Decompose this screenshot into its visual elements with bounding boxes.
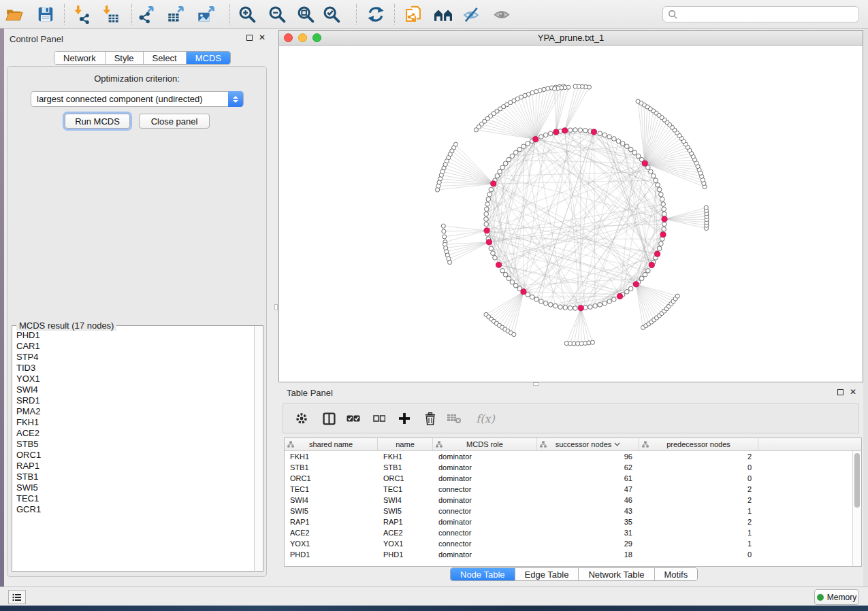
network-node[interactable] <box>661 202 666 207</box>
network-edge[interactable] <box>438 184 494 190</box>
mcds-result-item[interactable]: GCR1 <box>16 504 254 515</box>
table-row[interactable]: ACE2ACE2connector311 <box>285 527 861 538</box>
network-edge[interactable] <box>536 87 556 139</box>
mcds-result-item[interactable]: STP4 <box>16 352 254 363</box>
table-cell[interactable]: SWI4 <box>285 495 378 506</box>
network-node[interactable] <box>642 161 647 166</box>
tab-network-table[interactable]: Network Table <box>579 568 654 580</box>
network-node[interactable] <box>546 86 550 90</box>
network-node[interactable] <box>534 297 539 302</box>
table-cell[interactable]: ORC1 <box>378 473 433 484</box>
table-cell[interactable]: 46 <box>537 495 639 506</box>
network-node[interactable] <box>704 205 708 210</box>
network-node[interactable] <box>489 246 494 251</box>
network-node[interactable] <box>654 178 658 183</box>
network-edge[interactable] <box>532 141 620 296</box>
network-edge[interactable] <box>443 226 487 231</box>
network-node[interactable] <box>636 154 641 159</box>
network-node[interactable] <box>651 174 656 178</box>
network-node[interactable] <box>491 251 496 256</box>
table-cell[interactable]: dominator <box>433 473 537 484</box>
network-node[interactable] <box>662 216 667 222</box>
network-edge[interactable] <box>492 292 524 319</box>
network-node[interactable] <box>487 192 492 197</box>
table-cell[interactable]: 1 <box>639 527 758 538</box>
first-neighbors-button[interactable] <box>433 5 453 24</box>
zoom-in-button[interactable] <box>237 5 257 24</box>
network-node[interactable] <box>660 232 666 237</box>
network-node[interactable] <box>495 174 500 178</box>
table-cell[interactable]: 2 <box>639 516 758 527</box>
network-node[interactable] <box>548 131 553 136</box>
tab-select[interactable]: Select <box>144 52 187 64</box>
network-node[interactable] <box>485 202 490 207</box>
table-row[interactable]: SWI4SWI4dominator462 <box>285 495 861 506</box>
network-node[interactable] <box>512 332 516 336</box>
table-cell[interactable]: dominator <box>433 451 537 462</box>
network-node[interactable] <box>503 161 508 166</box>
zoom-out-button[interactable] <box>267 5 287 24</box>
network-edge[interactable] <box>481 124 535 139</box>
network-node[interactable] <box>602 301 607 306</box>
network-node[interactable] <box>578 128 583 133</box>
table-cell[interactable]: ACE2 <box>285 527 378 538</box>
network-node[interactable] <box>632 150 637 155</box>
network-node[interactable] <box>498 169 502 174</box>
table-cell[interactable]: 0 <box>639 549 758 560</box>
network-edge[interactable] <box>516 278 642 285</box>
network-node[interactable] <box>539 135 544 139</box>
criterion-dropdown[interactable]: largest connected component (undirected) <box>31 91 244 107</box>
network-node[interactable] <box>590 340 594 344</box>
network-canvas[interactable] <box>279 46 863 382</box>
network-edge[interactable] <box>581 141 618 308</box>
memory-button[interactable]: Memory <box>814 589 859 605</box>
table-cell[interactable]: STB1 <box>285 462 378 473</box>
scrollbar-thumb[interactable] <box>854 453 860 508</box>
search-input[interactable] <box>662 6 859 22</box>
network-node[interactable] <box>542 87 546 91</box>
table-row[interactable]: YOX1YOX1connector291 <box>285 538 861 549</box>
network-edge[interactable] <box>645 115 659 163</box>
network-node[interactable] <box>598 303 602 308</box>
window-close-icon[interactable] <box>284 33 293 42</box>
network-node[interactable] <box>539 299 544 304</box>
mcds-result-list[interactable]: PHD1CAR1STP4TID3YOX1SWI4SRD1PMA2FKH1ACE2… <box>12 327 254 571</box>
mcds-result-item[interactable]: RAP1 <box>16 461 254 472</box>
network-graph[interactable] <box>279 46 863 382</box>
network-node[interactable] <box>633 282 639 287</box>
network-node[interactable] <box>507 157 511 162</box>
network-node[interactable] <box>553 303 558 308</box>
network-node[interactable] <box>649 169 654 174</box>
refresh-layout-button[interactable] <box>366 5 386 24</box>
hide-selected-button[interactable] <box>461 5 481 24</box>
column-header-shared-name[interactable]: shared name <box>285 438 378 450</box>
table-row[interactable]: STB1STB1dominator620 <box>285 462 861 473</box>
export-image-button[interactable] <box>196 5 216 24</box>
network-edge[interactable] <box>517 99 536 139</box>
network-node[interactable] <box>598 131 602 136</box>
mcds-result-item[interactable]: YOX1 <box>16 374 254 384</box>
table-cell[interactable]: ORC1 <box>285 473 378 484</box>
table-row[interactable]: ORC1ORC1dominator610 <box>285 473 861 484</box>
network-node[interactable] <box>530 295 534 299</box>
network-edge[interactable] <box>445 231 487 242</box>
network-node[interactable] <box>588 305 593 310</box>
close-panel-button[interactable]: Close panel <box>139 114 210 129</box>
table-row[interactable]: TEC1TEC1connector472 <box>285 484 861 495</box>
network-node[interactable] <box>553 86 557 90</box>
network-edge[interactable] <box>444 231 487 231</box>
network-edge[interactable] <box>636 229 664 284</box>
table-scrollbar[interactable] <box>852 451 861 566</box>
network-node[interactable] <box>443 235 447 239</box>
table-cell[interactable]: 96 <box>537 451 639 462</box>
table-cell[interactable]: STB1 <box>378 462 433 473</box>
tab-node-table[interactable]: Node Table <box>451 568 515 580</box>
table-cell[interactable]: connector <box>433 506 537 516</box>
tab-mcds[interactable]: MCDS <box>187 52 230 64</box>
network-node[interactable] <box>602 133 607 137</box>
network-node[interactable] <box>448 260 452 264</box>
network-node[interactable] <box>568 128 573 133</box>
network-node[interactable] <box>662 222 666 227</box>
network-node[interactable] <box>510 154 515 159</box>
network-edge[interactable] <box>486 219 506 275</box>
